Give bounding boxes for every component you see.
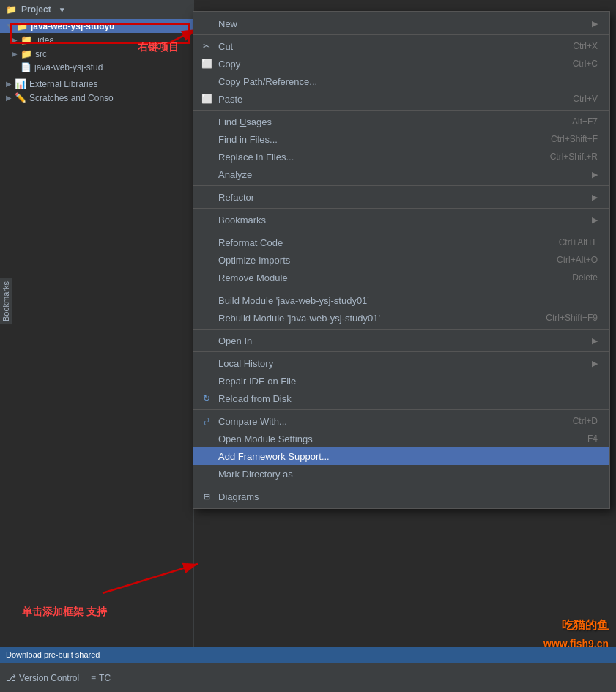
bookmarks-tab[interactable]: Bookmarks (0, 278, 12, 324)
submenu-arrow: ▶ (592, 19, 598, 29)
expand-arrow: ▶ (12, 36, 18, 44)
tree-item-label: java-web-ysj-study0 (31, 21, 114, 31)
menu-item-build-module[interactable]: Build Module 'java-web-ysj-study01' (193, 291, 609, 309)
tree-item-label: src (35, 49, 47, 59)
submenu-arrow: ▶ (592, 359, 598, 368)
menu-item-find-in-files[interactable]: Find in Files... Ctrl+Shift+F (193, 130, 609, 148)
tc-label: TC (99, 673, 111, 683)
new-icon (201, 18, 212, 29)
submenu-arrow: ▶ (592, 336, 598, 346)
separator-5 (193, 231, 609, 231)
find-usages-icon (201, 116, 212, 127)
tree-item-file[interactable]: ▶ 📄 java-web-ysj-stud (0, 61, 193, 74)
version-control-tab[interactable]: ⎇ Version Control (6, 673, 79, 683)
bookmarks-icon (201, 214, 212, 226)
folder-icon: 📁 (21, 34, 32, 45)
context-menu: New ▶ ✂ Cut Ctrl+X ⬜ Copy Ctrl+C Copy Pa… (193, 11, 610, 509)
menu-item-copy-path[interactable]: Copy Path/Reference... (193, 72, 609, 90)
menu-item-cut[interactable]: ✂ Cut Ctrl+X (193, 37, 609, 55)
separator-6 (193, 289, 609, 289)
tree-item-src[interactable]: ▶ 📁 src (0, 47, 193, 61)
menu-item-diagrams[interactable]: ⊞ Diagrams (193, 488, 609, 505)
repair-icon (201, 375, 212, 387)
shortcut-label: Alt+F7 (572, 116, 598, 127)
settings-icon (201, 433, 212, 444)
separator-2 (193, 110, 609, 111)
history-icon (201, 357, 212, 369)
tree-item-scratches[interactable]: ▶ ✏️ Scratches and Conso (0, 91, 193, 105)
menu-item-label: Replace in Files... (218, 152, 544, 163)
watermark-line1: 吃猫的鱼 (562, 618, 609, 633)
svg-line-3 (103, 564, 198, 593)
menu-item-copy[interactable]: ⬜ Copy Ctrl+C (193, 55, 609, 72)
expand-arrow: ▶ (6, 80, 12, 88)
tree-item-label: java-web-ysj-stud (34, 62, 103, 72)
menu-item-replace-in-files[interactable]: Replace in Files... Ctrl+Shift+R (193, 148, 609, 165)
shortcut-label: Ctrl+Alt+L (559, 237, 598, 248)
tc-tab[interactable]: ≡ TC (91, 673, 111, 683)
panel-dropdown-icon[interactable]: ▼ (59, 6, 66, 14)
reload-icon: ↻ (201, 392, 212, 404)
menu-item-label: Optimize Imports (218, 255, 551, 266)
compare-icon: ⇄ (201, 415, 212, 427)
status-bar: Download pre-built shared (0, 647, 616, 663)
tree-item-idea[interactable]: ▶ 📁 .idea (0, 33, 193, 47)
menu-item-optimize[interactable]: Optimize Imports Ctrl+Alt+O (193, 251, 609, 269)
mark-dir-icon (201, 468, 212, 480)
separator-10 (193, 485, 609, 485)
menu-item-label: Copy Path/Reference... (218, 76, 598, 87)
menu-item-mark-directory[interactable]: Mark Directory as (193, 465, 609, 483)
lib-icon: 📊 (15, 78, 26, 89)
menu-item-find-usages[interactable]: Find Usages Alt+F7 (193, 113, 609, 130)
menu-item-compare[interactable]: ⇄ Compare With... Ctrl+D (193, 412, 609, 430)
menu-item-module-settings[interactable]: Open Module Settings F4 (193, 430, 609, 447)
tree-item-label: External Libraries (29, 79, 97, 89)
menu-item-label: Remove Module (218, 272, 566, 283)
shortcut-label: Delete (572, 272, 598, 283)
expand-arrow: ▼ (6, 22, 13, 30)
menu-item-bookmarks[interactable]: Bookmarks ▶ (193, 211, 609, 228)
menu-item-label: Cut (218, 41, 567, 52)
optimize-icon (201, 254, 212, 266)
copy-icon: ⬜ (201, 58, 212, 70)
menu-item-label: Diagrams (218, 491, 598, 502)
menu-item-reload[interactable]: ↻ Reload from Disk (193, 390, 609, 407)
shortcut-label: Ctrl+Shift+F9 (546, 313, 598, 323)
diagrams-icon: ⊞ (201, 491, 212, 502)
menu-item-local-history[interactable]: Local History ▶ (193, 354, 609, 372)
menu-item-label: Reload from Disk (218, 393, 598, 404)
remove-module-icon (201, 272, 212, 283)
replace-icon (201, 151, 212, 163)
shortcut-label: Ctrl+Alt+O (557, 255, 598, 265)
tree-item-root[interactable]: ▼ 📁 java-web-ysj-study0 (0, 19, 193, 33)
cut-icon: ✂ (201, 40, 212, 52)
menu-item-open-in[interactable]: Open In ▶ (193, 332, 609, 349)
framework-icon (201, 450, 212, 462)
separator-9 (193, 409, 609, 410)
refactor-icon (201, 191, 212, 203)
menu-item-new[interactable]: New ▶ (193, 15, 609, 32)
panel-title: Project (21, 4, 51, 15)
folder-icon: 📁 (21, 48, 32, 59)
find-files-icon (201, 133, 212, 145)
menu-item-remove-module[interactable]: Remove Module Delete (193, 269, 609, 286)
status-text: Download pre-built shared (6, 650, 100, 659)
menu-item-add-framework[interactable]: Add Framework Support... (193, 447, 609, 465)
shortcut-label: Ctrl+X (573, 41, 598, 51)
menu-item-label: Rebuild Module 'java-web-ysj-study01' (218, 313, 540, 324)
menu-item-label: Paste (218, 94, 567, 105)
panel-icon: 📁 (6, 4, 17, 15)
tc-icon: ≡ (91, 673, 96, 683)
separator-1 (193, 34, 609, 35)
menu-item-repair-ide[interactable]: Repair IDE on File (193, 372, 609, 390)
menu-item-label: Open In (218, 335, 586, 346)
menu-item-refactor[interactable]: Refactor ▶ (193, 188, 609, 206)
menu-item-reformat[interactable]: Reformat Code Ctrl+Alt+L (193, 234, 609, 251)
tree-item-external[interactable]: ▶ 📊 External Libraries (0, 77, 193, 91)
menu-item-analyze[interactable]: Analyze ▶ (193, 165, 609, 183)
menu-item-rebuild-module[interactable]: Rebuild Module 'java-web-ysj-study01' Ct… (193, 309, 609, 327)
menu-item-paste[interactable]: ⬜ Paste Ctrl+V (193, 90, 609, 108)
menu-item-label: Compare With... (218, 416, 567, 427)
arrow-to-framework (88, 549, 220, 608)
copy-path-icon (201, 75, 212, 87)
